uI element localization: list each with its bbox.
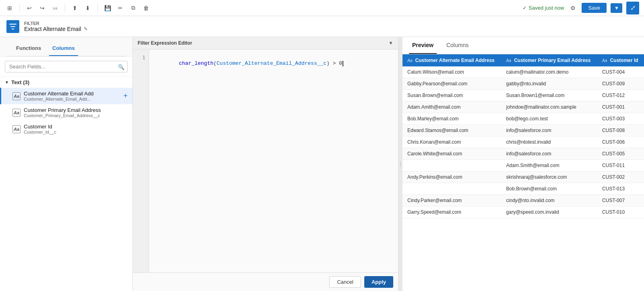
- table-row: Bob.Marley@email.combob@lego.com.testCUS…: [402, 113, 644, 125]
- saved-status: ✓ Saved just now: [522, 5, 564, 11]
- save-split-button[interactable]: ▼: [611, 3, 622, 13]
- table-header: Aa Customer Alternate Email Address Aa C…: [402, 54, 644, 66]
- col-type-header-2: Aa: [602, 58, 607, 63]
- column-item-1[interactable]: Aa Customer Primary Email Address Custom…: [0, 104, 132, 121]
- columns-list: ▼ Text (3) Aa Customer Alternate Email A…: [0, 77, 132, 291]
- save-cloud-icon[interactable]: 💾: [103, 3, 112, 13]
- tab-functions[interactable]: Functions: [13, 41, 44, 56]
- editor-header: Filter Expression Editor ▼: [133, 37, 398, 50]
- cancel-button[interactable]: Cancel: [329, 276, 361, 288]
- table-cell: gary@speed.com.invalid: [502, 206, 598, 218]
- step-back-icon: ⏮: [50, 3, 60, 13]
- apply-button[interactable]: Apply: [364, 276, 393, 288]
- main-content: Functions Columns 🔍 ▼ Text (3) Aa: [0, 37, 644, 291]
- table-cell: CUST-007: [597, 195, 644, 206]
- table-row: Gabby.Pearson@email.comgabby@nto.invalid…: [402, 78, 644, 90]
- left-panel: Functions Columns 🔍 ▼ Text (3) Aa: [0, 37, 133, 291]
- line-number-1: 1: [136, 54, 145, 60]
- checkmark-icon: ✓: [522, 5, 527, 11]
- undo-icon[interactable]: ↩: [25, 3, 34, 13]
- col-header-0: Aa Customer Alternate Email Address: [402, 54, 502, 66]
- col-api-2: Customer_Id__c: [24, 130, 128, 134]
- copy-icon[interactable]: ⧉: [128, 3, 138, 13]
- editor-panel: Filter Expression Editor ▼ 1 char_length…: [133, 37, 398, 291]
- column-group-text[interactable]: ▼ Text (3): [0, 77, 132, 88]
- table-cell: Adam.Smith@email.com: [502, 160, 598, 171]
- table-cell: CUST-012: [597, 90, 644, 101]
- preview-table: Aa Customer Alternate Email Address Aa C…: [402, 54, 644, 218]
- save-button[interactable]: Save: [582, 3, 607, 13]
- table-cell: CUST-002: [597, 171, 644, 183]
- cut-icon[interactable]: ✂: [116, 3, 125, 13]
- code-editor[interactable]: char_length(Customer_Alternate_Email_Add…: [149, 50, 398, 272]
- table-cell: Cindy.Parker@email.com: [402, 195, 502, 206]
- table-cell: Garry.Speed@email.com: [402, 206, 502, 218]
- col-name-2: Customer Id: [24, 124, 128, 130]
- editor-title: Filter Expression Editor: [138, 40, 192, 46]
- tab-columns-preview[interactable]: Columns: [443, 37, 472, 54]
- filter-name-text: Extract Alternate Email: [24, 26, 81, 32]
- table-cell: info@salesforce.com: [502, 148, 598, 160]
- table-row: Garry.Speed@email.comgary@speed.com.inva…: [402, 206, 644, 218]
- table-row: Chris.Konan@email.comchris@ntotest.inval…: [402, 136, 644, 148]
- settings-icon[interactable]: ⚙: [568, 3, 578, 13]
- table-cell: CUST-010: [597, 206, 644, 218]
- table-cell: Calum.Wilson@email.com: [402, 66, 502, 78]
- redo-icon[interactable]: ↪: [37, 3, 47, 13]
- table-row: Andy.Perkins@email.comskrishnaraj@salesf…: [402, 171, 644, 183]
- tab-preview[interactable]: Preview: [409, 37, 437, 54]
- resize-handle[interactable]: [398, 37, 402, 291]
- col-add-icon-0[interactable]: +: [123, 92, 128, 100]
- line-numbers: 1: [133, 50, 149, 272]
- table-row: Bob.Brown@email.comCUST-013: [402, 183, 644, 195]
- filter-icon-box: [6, 20, 19, 33]
- table-row: Calum.Wilson@email.comcalum@mailinator.c…: [402, 66, 644, 78]
- table-cell: Edward.Stamos@email.com: [402, 125, 502, 136]
- toolbar: ⊞ ↩ ↪ ⏮ ⬆ ⬇ 💾 ✂ ⧉ 🗑 ✓ Saved just now ⚙ S…: [0, 0, 644, 16]
- table-cell: Susan.Brown@email.com: [402, 90, 502, 101]
- edit-name-icon[interactable]: ✎: [84, 26, 88, 32]
- search-input[interactable]: [5, 61, 128, 72]
- table-row: Cindy.Parker@email.comcindy@nto.invalid.…: [402, 195, 644, 206]
- filter-label: FILTER: [24, 21, 88, 26]
- table-cell: CUST-003: [597, 113, 644, 125]
- table-cell: bob@lego.com.test: [502, 113, 598, 125]
- table-row: Susan.Brown@email.comSusan.Brown1@email.…: [402, 90, 644, 101]
- toolbar-separator-3: [97, 4, 98, 12]
- upload-icon[interactable]: ⬆: [70, 3, 80, 13]
- preview-tabs-row: Preview Columns: [402, 37, 644, 54]
- col-type-header-0: Aa: [407, 58, 412, 63]
- filter-info: FILTER Extract Alternate Email ✎: [24, 21, 88, 32]
- columns-scroll-area: ▼ Text (3) Aa Customer Alternate Email A…: [0, 77, 132, 291]
- column-item-0[interactable]: Aa Customer Alternate Email Add Customer…: [0, 88, 132, 104]
- table-row: Adam.Amith@email.comjohndoe@mailinator.c…: [402, 101, 644, 113]
- editor-options-icon[interactable]: ▼: [388, 40, 393, 46]
- filter-icon: [9, 23, 17, 30]
- col-type-icon-0: Aa: [12, 92, 21, 100]
- tab-columns[interactable]: Columns: [49, 41, 78, 56]
- column-item-2[interactable]: Aa Customer Id Customer_Id__c: [0, 121, 132, 137]
- code-field-ref: Customer_Alternate_Email_Address__c: [217, 60, 326, 66]
- expand-button[interactable]: ⤢: [626, 2, 639, 14]
- preview-panel: Preview Columns Aa Customer Alternate Em…: [402, 37, 644, 291]
- table-cell: CUST-004: [597, 66, 644, 78]
- table-body: Calum.Wilson@email.comcalum@mailinator.c…: [402, 66, 644, 218]
- table-cell: skrishnaraj@salesforce.com: [502, 171, 598, 183]
- grid-icon[interactable]: ⊞: [5, 3, 14, 13]
- table-cell: chris@ntotest.invalid: [502, 136, 598, 148]
- table-cell: CUST-005: [597, 148, 644, 160]
- delete-icon[interactable]: 🗑: [141, 3, 151, 13]
- table-row: Carole.White@email.cominfo@salesforce.co…: [402, 148, 644, 160]
- col-header-2: Aa Customer Id: [597, 54, 644, 66]
- col-api-0: Customer_Alternate_Email_Add...: [24, 97, 123, 101]
- cursor: [343, 61, 343, 66]
- table-cell: calum@mailinator.com.demo: [502, 66, 598, 78]
- group-label: Text (3): [11, 79, 29, 85]
- col-text-1: Customer Primary Email Address Customer_…: [24, 107, 128, 118]
- col-type-header-1: Aa: [506, 58, 511, 63]
- download-icon[interactable]: ⬇: [83, 3, 93, 13]
- table-cell: Adam.Amith@email.com: [402, 101, 502, 113]
- panel-title: Functions Columns: [0, 37, 132, 57]
- toolbar-separator-2: [65, 4, 65, 12]
- table-cell: gabby@nto.invalid: [502, 78, 598, 90]
